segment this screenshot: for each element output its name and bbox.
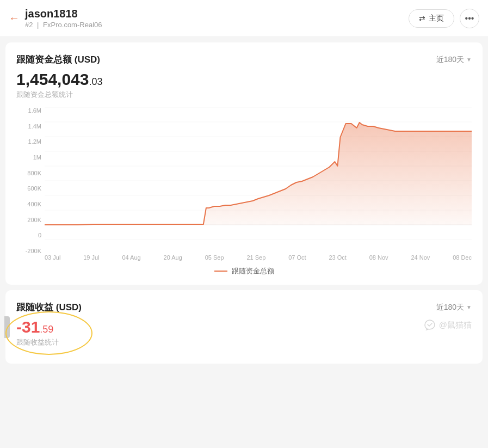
period-selector-2[interactable]: 近180天 ▼ — [436, 303, 472, 312]
period-label-1: 近180天 — [436, 55, 464, 65]
watermark: @鼠猫猫 — [424, 319, 472, 331]
card-title-1: 跟随资金总额 (USD) — [16, 53, 100, 66]
x-label-7: 23 Oct — [329, 254, 346, 261]
legend-label-1: 跟随资金总额 — [232, 266, 274, 276]
x-label-8: 08 Nov — [369, 254, 388, 261]
legend-line-icon — [214, 271, 227, 272]
y-label-5: 600K — [27, 185, 41, 192]
x-label-9: 24 Nov — [411, 254, 430, 261]
x-label-10: 08 Dec — [453, 254, 472, 261]
platform-label: FxPro.com-Real06 — [43, 21, 102, 29]
main-page-label: 主页 — [429, 14, 444, 23]
watermark-text: @鼠猫猫 — [439, 320, 472, 330]
stat-main-2: -31 — [16, 318, 40, 336]
card-header-2: 跟随收益 (USD) 近180天 ▼ — [16, 301, 472, 314]
back-button[interactable]: ← — [9, 12, 20, 24]
stat-highlight-container: -31.59 跟随收益统计 — [16, 318, 59, 355]
y-label-2: 1.2M — [28, 138, 41, 145]
y-label-7: 200K — [27, 217, 41, 223]
chart-1: 1.6M 1.4M 1.2M 1M 800K 600K 400K 200K 0 … — [16, 107, 472, 276]
card-title-2: 跟随收益 (USD) — [16, 301, 82, 314]
username: jason1818 — [25, 8, 409, 20]
x-label-1: 19 Jul — [83, 254, 99, 261]
stat-label-2: 跟随收益统计 — [16, 337, 59, 347]
x-label-2: 04 Aug — [122, 254, 140, 261]
card-header-1: 跟随资金总额 (USD) 近180天 ▼ — [16, 53, 472, 66]
y-label-3: 1M — [33, 154, 41, 161]
chart-svg-area — [45, 107, 472, 254]
stat-decimal-1: .03 — [89, 76, 102, 87]
y-label-4: 800K — [27, 170, 41, 176]
x-label-5: 21 Sep — [246, 254, 265, 261]
y-label-8: 0 — [38, 232, 41, 238]
period-label-2: 近180天 — [436, 303, 464, 312]
fund-total-card: 跟随资金总额 (USD) 近180天 ▼ 1,454,043.03 跟随资金总额… — [5, 42, 483, 285]
rank-badge: #2 — [25, 21, 33, 29]
x-label-4: 05 Sep — [205, 254, 224, 261]
y-label-0: 1.6M — [28, 107, 41, 114]
y-label-9: -200K — [26, 248, 41, 254]
period-arrow-2: ▼ — [466, 304, 472, 310]
x-axis-1: 03 Jul 19 Jul 04 Aug 20 Aug 05 Sep 21 Se… — [45, 254, 472, 261]
y-label-1: 1.4M — [28, 123, 41, 130]
main-page-icon: ⇄ — [419, 14, 425, 23]
side-badge — [4, 316, 10, 338]
period-selector-1[interactable]: 近180天 ▼ — [436, 55, 472, 65]
period-arrow-1: ▼ — [466, 57, 472, 63]
header-actions: ⇄ 主页 ••• — [409, 9, 479, 28]
stat-value-1: 1,454,043.03 — [16, 70, 472, 89]
stat-label-1: 跟随资金总额统计 — [16, 90, 472, 100]
x-label-3: 20 Aug — [164, 254, 182, 261]
profit-card: 跟随收益 (USD) 近180天 ▼ -31.59 跟随收益统计 @鼠猫猫 — [5, 290, 483, 364]
chart-legend-1: 跟随资金总额 — [16, 266, 472, 276]
x-label-0: 03 Jul — [45, 254, 60, 261]
stat-decimal-2: .59 — [40, 324, 53, 335]
y-label-6: 400K — [27, 201, 41, 207]
x-label-6: 07 Oct — [288, 254, 306, 261]
separator: | — [37, 21, 39, 29]
stat-value-2: -31.59 — [16, 318, 59, 336]
main-page-button[interactable]: ⇄ 主页 — [409, 9, 454, 28]
page-header: ← jason1818 #2 | FxPro.com-Real06 ⇄ 主页 •… — [0, 0, 488, 37]
chart-svg — [45, 107, 472, 254]
header-subtitle: #2 | FxPro.com-Real06 — [25, 21, 409, 29]
watermark-icon — [424, 319, 436, 331]
svg-marker-10 — [45, 122, 472, 225]
more-button[interactable]: ••• — [460, 9, 479, 28]
stat-main-1: 1,454,043 — [16, 70, 89, 88]
y-axis-1: 1.6M 1.4M 1.2M 1M 800K 600K 400K 200K 0 … — [16, 107, 45, 254]
header-info: jason1818 #2 | FxPro.com-Real06 — [25, 8, 409, 29]
